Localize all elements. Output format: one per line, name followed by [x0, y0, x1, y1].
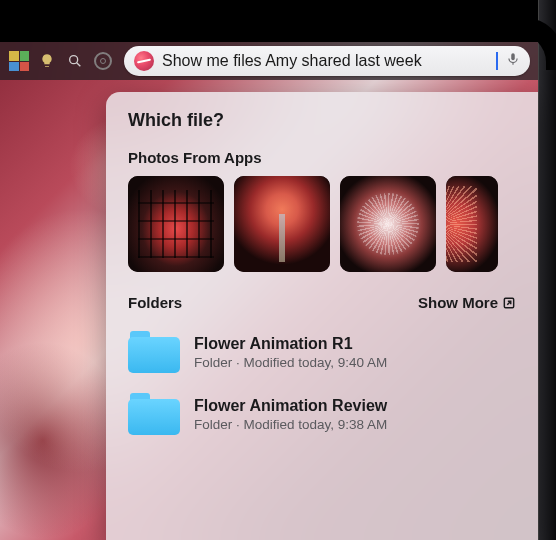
folder-icon [128, 393, 180, 435]
folder-name: Flower Animation R1 [194, 335, 538, 353]
photo-thumbnail[interactable] [446, 176, 498, 272]
photo-thumbnail[interactable] [128, 176, 224, 272]
target-icon[interactable] [92, 50, 114, 72]
lightbulb-icon[interactable] [36, 50, 58, 72]
svg-rect-2 [511, 53, 515, 60]
photo-thumbnail[interactable] [234, 176, 330, 272]
photos-section-header: Photos From Apps [128, 149, 538, 166]
activity-blocks-icon[interactable] [8, 50, 30, 72]
arrow-out-icon [502, 296, 516, 310]
spotlight-search-bar[interactable]: Show me files Amy shared last week [124, 46, 530, 76]
siri-icon [134, 51, 154, 71]
folder-result-row[interactable]: Flower Animation R1 Folder · Modified to… [128, 321, 538, 383]
device-bezel-top [0, 0, 556, 42]
results-panel: Which file? Photos From Apps Folders Sho… [106, 92, 538, 540]
menu-bar: Show me files Amy shared last week [0, 42, 538, 80]
folders-section-header: Folders Show More [128, 294, 538, 311]
svg-line-1 [77, 63, 81, 67]
search-input[interactable]: Show me files Amy shared last week [162, 52, 490, 70]
folder-result-row[interactable]: Flower Animation Review Folder · Modifie… [128, 383, 538, 445]
folder-metadata: Folder · Modified today, 9:38 AM [194, 417, 538, 432]
folder-metadata: Folder · Modified today, 9:40 AM [194, 355, 538, 370]
prompt-heading: Which file? [128, 110, 538, 131]
folder-icon [128, 331, 180, 373]
photo-thumbnails-row [128, 176, 538, 272]
microphone-icon[interactable] [506, 50, 520, 72]
text-cursor [496, 52, 498, 70]
photos-section-label: Photos From Apps [128, 149, 262, 166]
device-bezel-right [538, 0, 556, 540]
svg-point-0 [70, 56, 78, 64]
photo-thumbnail[interactable] [340, 176, 436, 272]
magnifier-icon[interactable] [64, 50, 86, 72]
folders-section-label: Folders [128, 294, 182, 311]
folder-name: Flower Animation Review [194, 397, 538, 415]
show-more-button[interactable]: Show More [418, 294, 516, 311]
